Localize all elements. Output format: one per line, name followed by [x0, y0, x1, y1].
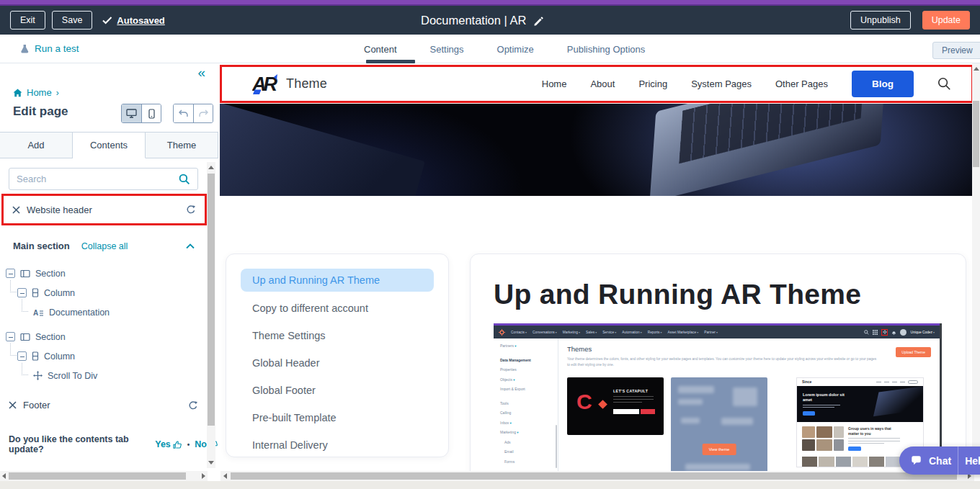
collapse-node-icon[interactable] — [17, 288, 27, 297]
scrollbar-thumb[interactable] — [208, 174, 215, 426]
tree-row-column-1[interactable]: Column — [0, 283, 207, 302]
tab-content[interactable]: Content — [364, 44, 397, 55]
update-button[interactable]: Update — [922, 11, 970, 30]
ss-nav-item: Conversations — [533, 331, 557, 334]
catapult-logo: C — [576, 390, 592, 414]
tree-row-section-2[interactable]: Section — [0, 327, 207, 346]
toc-item[interactable]: Internal Delivery — [241, 431, 434, 459]
site-header-selected[interactable]: AR Theme Home About Pricing System Pages… — [220, 65, 974, 103]
tab-settings[interactable]: Settings — [430, 44, 464, 55]
toc-item[interactable]: Theme Settings — [241, 322, 434, 349]
toc-item[interactable]: Copy to different account — [241, 295, 434, 322]
hero-image[interactable] — [220, 104, 974, 196]
history-group — [173, 104, 213, 123]
collapse-node-icon[interactable] — [17, 351, 27, 361]
feedback-yes-link[interactable]: Yes — [155, 439, 182, 449]
scrollbar-thumb[interactable] — [231, 472, 957, 480]
sidebar-horizontal-scrollbar[interactable] — [0, 471, 208, 481]
toc-item-active[interactable]: Up and Running AR Theme — [241, 269, 434, 292]
help-button[interactable]: Help — [965, 455, 980, 467]
scroll-up-arrow[interactable] — [974, 67, 979, 71]
embedded-screenshot[interactable]: Contacts Conversations Marketing Sales S… — [494, 323, 942, 489]
breadcrumb[interactable]: Home › — [13, 87, 59, 98]
tree-row-scroll-to-div[interactable]: Scroll To Div — [0, 366, 207, 385]
chat-button[interactable]: Chat — [929, 455, 951, 467]
sidebar-tab-add[interactable]: Add — [0, 132, 73, 158]
ss-theme-cards: C LET'S CATAPULT — [567, 377, 931, 484]
ss-sidebar-item: Tools — [500, 401, 553, 405]
since-caption: Group users in ways that matter to you — [848, 426, 900, 453]
tree-row-section-1[interactable]: Section — [0, 264, 207, 283]
tree-row-column-2[interactable]: Column — [0, 346, 207, 366]
site-logo[interactable]: AR Theme — [252, 73, 327, 95]
scroll-down-arrow[interactable] — [208, 461, 214, 465]
search-icon[interactable] — [179, 174, 190, 185]
collapse-node-icon[interactable] — [6, 269, 15, 278]
search-input[interactable] — [17, 174, 179, 184]
run-a-test-link[interactable]: Run a test — [20, 43, 79, 54]
save-button[interactable]: Save — [52, 11, 93, 30]
ss-sidebar-item: Marketing — [500, 430, 553, 434]
undo-button[interactable] — [174, 104, 193, 122]
tree-row-documentation[interactable]: A Documentation — [0, 302, 207, 322]
editor-sidebar: « Home › Edit page Add Contents Theme We… — [0, 63, 218, 489]
collapse-sidebar-icon[interactable]: « — [197, 65, 205, 81]
ss-nav-item: Service — [602, 331, 616, 334]
chat-bubble-icon — [910, 455, 922, 466]
sidebar-tab-theme[interactable]: Theme — [146, 132, 218, 158]
mobile-view-button[interactable] — [141, 104, 161, 122]
catapult-title: LET'S CATAPULT — [613, 389, 648, 393]
top-purple-strip — [0, 0, 980, 6]
site-nav-system-pages[interactable]: System Pages — [691, 78, 752, 89]
refresh-icon[interactable] — [188, 400, 198, 411]
feedback-separator: • — [187, 441, 190, 449]
sidebar-tab-contents[interactable]: Contents — [73, 132, 146, 158]
collapse-all-link[interactable]: Collapse all — [81, 241, 128, 251]
ar-logo-mark: AR — [252, 73, 281, 95]
website-header-module[interactable]: Website header — [1, 194, 207, 225]
ss-avatar — [900, 329, 906, 336]
scroll-up-arrow[interactable] — [208, 166, 214, 169]
scroll-left-arrow[interactable] — [2, 473, 6, 479]
redo-button[interactable] — [193, 104, 213, 122]
site-nav-about[interactable]: About — [590, 78, 615, 89]
scroll-left-arrow[interactable] — [223, 473, 227, 479]
preview-vertical-scrollbar[interactable] — [972, 63, 980, 467]
scrollbar-thumb[interactable] — [9, 472, 186, 480]
article-heading[interactable]: Up and Running AR Theme — [494, 279, 861, 310]
blog-button[interactable]: Blog — [852, 71, 914, 97]
breadcrumb-chevron: › — [56, 88, 59, 98]
site-nav-home[interactable]: Home — [542, 78, 567, 89]
desktop-view-button[interactable] — [122, 104, 141, 122]
edit-pencil-icon[interactable] — [533, 15, 544, 26]
ss-nav-item: Sales — [586, 331, 597, 334]
scroll-right-arrow[interactable] — [202, 473, 205, 479]
site-nav-pricing[interactable]: Pricing — [638, 78, 667, 89]
refresh-icon[interactable] — [186, 205, 196, 215]
tab-optimize[interactable]: Optimize — [497, 44, 534, 55]
footer-module[interactable]: Footer — [9, 400, 198, 411]
toc-item[interactable]: Global Header — [241, 349, 434, 377]
ss-gear-icon — [883, 330, 887, 334]
autosaved-link[interactable]: Autosaved — [117, 15, 164, 26]
preview-horizontal-scrollbar[interactable] — [220, 471, 974, 481]
article-card: Up and Running AR Theme Contacts Convers… — [470, 254, 966, 489]
chevron-up-icon[interactable] — [186, 243, 195, 249]
exit-button[interactable]: Exit — [10, 11, 45, 30]
page-editor: { "colors": { "accent_orange": "#ff7a59"… — [0, 0, 980, 489]
toc-item[interactable]: Global Footer — [241, 377, 434, 404]
ss-themes-description: Your theme determines the colors, fonts,… — [567, 356, 877, 369]
unpublish-button[interactable]: Unpublish — [850, 11, 911, 30]
ss-sidebar: Partners Data Management Properties Obje… — [494, 338, 558, 489]
tab-publishing-options[interactable]: Publishing Options — [567, 44, 645, 55]
widget-divider — [958, 447, 958, 475]
home-icon — [13, 89, 22, 97]
preview-button[interactable]: Preview — [932, 42, 980, 59]
toc-item[interactable]: Pre-built Template — [241, 404, 434, 431]
scrollbar-thumb[interactable] — [973, 101, 979, 167]
ss-upload-theme-button: Upload Theme — [896, 347, 931, 357]
collapse-node-icon[interactable] — [6, 332, 15, 341]
site-nav-other-pages[interactable]: Other Pages — [775, 78, 828, 89]
sidebar-vertical-scrollbar[interactable] — [207, 162, 215, 468]
site-search-icon[interactable] — [937, 77, 951, 91]
